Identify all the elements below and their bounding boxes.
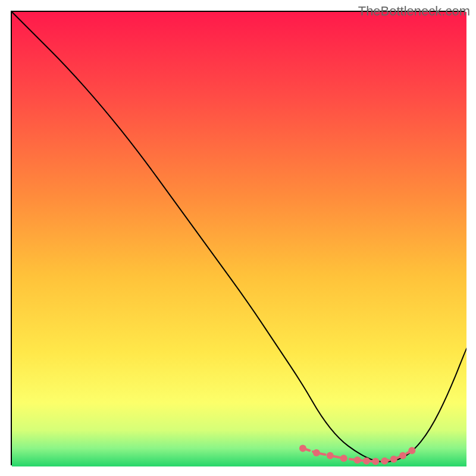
highlight-marker <box>354 456 361 464</box>
highlight-marker <box>381 458 388 465</box>
highlight-marker <box>363 458 370 465</box>
highlight-marker <box>390 456 397 463</box>
chart-container: TheBottleneck.com <box>0 0 476 476</box>
highlight-marker <box>399 452 406 459</box>
plot-area <box>11 11 465 465</box>
highlight-marker <box>299 444 306 452</box>
highlight-marker <box>408 447 415 454</box>
highlight-marker <box>313 449 320 456</box>
chart-svg <box>12 12 466 466</box>
highlight-marker <box>340 455 347 462</box>
highlight-marker <box>372 458 379 465</box>
gradient-background <box>12 12 466 466</box>
highlight-marker <box>327 452 334 459</box>
watermark-text: TheBottleneck.com <box>358 4 470 19</box>
